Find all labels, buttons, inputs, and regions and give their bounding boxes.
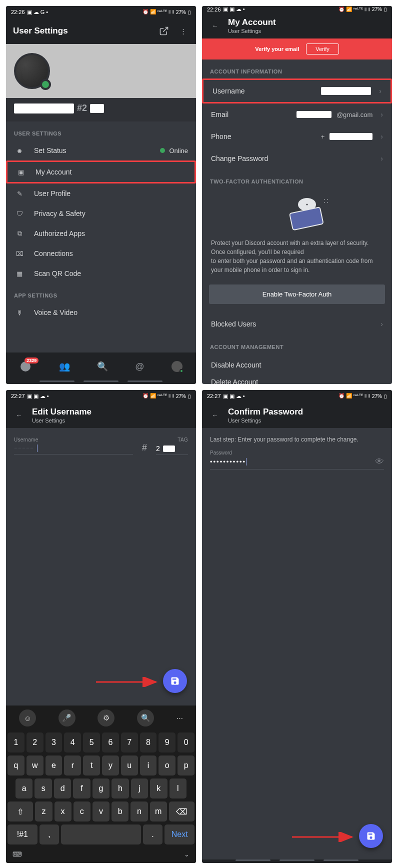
annotation-arrow <box>292 832 357 842</box>
key-0[interactable]: 0 <box>178 732 194 752</box>
username-input[interactable]: ┈┈┈┈┈ <box>14 444 133 454</box>
username-row[interactable]: Username › <box>202 78 392 104</box>
key-c[interactable]: c <box>74 802 90 822</box>
key-o[interactable]: o <box>158 756 176 776</box>
enable-2fa-button[interactable]: Enable Two-Factor Auth <box>209 284 385 304</box>
key-t[interactable]: t <box>83 756 100 776</box>
nav-home-icon[interactable]: 2329 <box>20 360 32 372</box>
eye-icon[interactable]: 👁 <box>375 456 384 467</box>
my-account-item[interactable]: ▣ My Account <box>6 160 196 184</box>
key-6[interactable]: 6 <box>102 732 119 752</box>
settings-button[interactable]: ⚙ <box>98 710 114 726</box>
key-w[interactable]: w <box>26 756 44 776</box>
key-u[interactable]: u <box>121 756 138 776</box>
annotation-arrow <box>96 677 161 687</box>
svg-point-2 <box>306 204 308 206</box>
phone-row[interactable]: Phone + › <box>202 126 392 148</box>
titlebar: ← Confirm Password User Settings <box>202 402 392 428</box>
tag-input[interactable]: 2 <box>156 444 188 455</box>
key-5[interactable]: 5 <box>83 732 100 752</box>
key-7[interactable]: 7 <box>121 732 138 752</box>
verify-button[interactable]: Verify <box>306 44 339 54</box>
key-⇧[interactable]: ⇧ <box>8 802 33 822</box>
key-x[interactable]: x <box>54 802 72 822</box>
avatar[interactable] <box>14 53 50 89</box>
authorized-apps-item[interactable]: ⧉ Authorized Apps <box>6 224 196 244</box>
key-n[interactable]: n <box>130 802 148 822</box>
key-1[interactable]: 1 <box>8 732 24 752</box>
connections-item[interactable]: ⌧ Connections <box>6 244 196 264</box>
set-status-item[interactable]: ☻ Set Status Online <box>6 140 196 160</box>
shield-icon: 🛡 <box>14 210 25 218</box>
status-icons-left: ▣ ☁ G • <box>27 9 48 16</box>
save-fab[interactable] <box>163 669 187 693</box>
page-subtitle: User Settings <box>228 28 276 34</box>
key-f[interactable]: f <box>73 778 90 798</box>
bottom-nav: 2329 👥 🔍 @ <box>6 352 196 380</box>
key-l[interactable]: l <box>170 778 186 798</box>
key-q[interactable]: q <box>8 756 24 776</box>
back-icon[interactable]: ← <box>13 409 25 421</box>
key-b[interactable]: b <box>112 802 128 822</box>
key-y[interactable]: y <box>102 756 119 776</box>
key-e[interactable]: e <box>46 756 62 776</box>
search-button[interactable]: 🔍 <box>137 710 154 726</box>
verify-banner: Verify your email Verify <box>202 38 392 60</box>
email-row[interactable]: Email @gmail.com › <box>202 104 392 126</box>
key-symbols[interactable]: !#1 <box>8 824 38 844</box>
save-icon <box>170 676 180 686</box>
key-space[interactable] <box>61 824 140 844</box>
keyboard-collapse-icon[interactable]: ⌄ <box>184 850 190 858</box>
key-r[interactable]: r <box>64 756 81 776</box>
key-comma[interactable]: , <box>40 824 60 844</box>
key-4[interactable]: 4 <box>64 732 81 752</box>
status-battery: 27% <box>372 6 382 12</box>
password-field: Password ••••••••••• 👁 <box>202 445 392 474</box>
status-icon: ☻ <box>14 147 25 154</box>
qr-icon: ▦ <box>14 270 25 278</box>
key-i[interactable]: i <box>140 756 157 776</box>
disable-account-row[interactable]: Disable Account <box>202 354 392 376</box>
save-fab[interactable] <box>359 824 383 848</box>
keyboard-switch-icon[interactable]: ⌨ <box>12 850 22 858</box>
key-next[interactable]: Next <box>164 824 194 844</box>
more-button[interactable]: ⋯ <box>176 714 183 722</box>
key-8[interactable]: 8 <box>140 732 157 752</box>
key-v[interactable]: v <box>92 802 110 822</box>
key-m[interactable]: m <box>150 802 167 822</box>
privacy-item[interactable]: 🛡 Privacy & Safety <box>6 204 196 224</box>
key-s[interactable]: s <box>34 778 52 798</box>
key-2[interactable]: 2 <box>26 732 44 752</box>
key-g[interactable]: g <box>92 778 110 798</box>
key-a[interactable]: a <box>16 778 32 798</box>
phone-redacted <box>330 133 372 140</box>
scan-qr-item[interactable]: ▦ Scan QR Code <box>6 264 196 284</box>
key-⌫[interactable]: ⌫ <box>169 802 194 822</box>
status-icons-right: ⏰ 📶 ᵛᵒᴸᵀᴱ ⫴ ⫴ <box>142 9 174 15</box>
key-d[interactable]: d <box>54 778 71 798</box>
key-z[interactable]: z <box>35 802 52 822</box>
nav-search-icon[interactable]: 🔍 <box>97 361 108 372</box>
user-profile-item[interactable]: ✎ User Profile <box>6 184 196 204</box>
back-icon[interactable]: ← <box>209 409 221 421</box>
key-h[interactable]: h <box>112 778 128 798</box>
nav-friends-icon[interactable]: 👥 <box>59 361 70 372</box>
change-password-row[interactable]: Change Password › <box>202 148 392 170</box>
more-icon[interactable]: ⋮ <box>177 25 189 37</box>
password-input[interactable]: ••••••••••• 👁 <box>210 456 384 470</box>
nav-mentions-icon[interactable]: @ <box>135 362 144 372</box>
voice-input-button[interactable]: 🎤 <box>58 710 76 726</box>
voice-video-item[interactable]: 🎙 Voice & Video <box>6 302 196 322</box>
key-3[interactable]: 3 <box>46 732 62 752</box>
key-9[interactable]: 9 <box>158 732 176 752</box>
key-period[interactable]: . <box>143 824 163 844</box>
emoji-button[interactable]: ☺ <box>19 710 36 726</box>
blocked-users-row[interactable]: Blocked Users › <box>202 313 392 335</box>
key-p[interactable]: p <box>178 756 194 776</box>
delete-account-row[interactable]: Delete Account <box>202 376 392 384</box>
export-icon[interactable] <box>158 25 170 37</box>
back-icon[interactable]: ← <box>209 20 221 32</box>
key-j[interactable]: j <box>131 778 148 798</box>
nav-avatar-icon[interactable] <box>172 361 182 372</box>
key-k[interactable]: k <box>150 778 167 798</box>
